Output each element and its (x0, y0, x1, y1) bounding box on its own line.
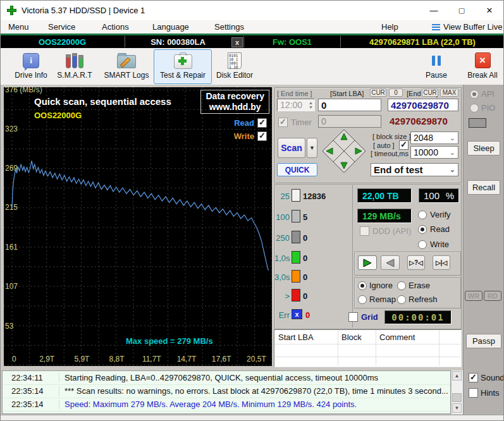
block-size-combo[interactable]: 2048⌄ (410, 131, 458, 144)
device-serial[interactable]: SN: 000380LA (126, 35, 230, 48)
break-all-button[interactable]: ✕ Break All (462, 49, 503, 84)
menu-item-language[interactable]: Language (152, 22, 189, 32)
serial-hide-button[interactable]: x (231, 37, 243, 47)
watermark-line2: www.hdd.by (206, 102, 264, 113)
scan-button[interactable]: Scan (278, 138, 305, 158)
verify-radio[interactable] (418, 210, 427, 219)
minimize-button[interactable]: — (420, 1, 448, 20)
start-lba-input[interactable]: 0 (318, 99, 381, 111)
svg-text:0: 0 (12, 355, 16, 363)
play-backward-icon (385, 259, 395, 267)
recall-button[interactable]: Recall (467, 180, 500, 195)
device-firmware[interactable]: Fw: OOS1 (245, 35, 340, 48)
ignore-radio[interactable] (358, 281, 367, 290)
table-header-start-lba: Start LBA (278, 333, 314, 342)
menu-item-view-buffer-live[interactable]: View Buffer Live (443, 22, 502, 32)
start-lba-cur-button[interactable]: CUR (370, 88, 386, 97)
svg-text:20,5T: 20,5T (247, 355, 266, 363)
random-seek-button[interactable]: ▷?◁ (407, 255, 425, 270)
counter-value-4: 0 (303, 272, 307, 282)
auto-checkbox[interactable] (399, 140, 409, 150)
ddd-api-label: DDD (API) (372, 226, 411, 236)
test-repair-button[interactable]: Test & Repair (154, 49, 212, 84)
drive-info-button[interactable]: i Drive Info (6, 49, 56, 84)
log-panel[interactable]: 22:34:11 Starting Reading, LBA=0..429706… (2, 370, 451, 414)
counter-value-3: 0 (303, 253, 307, 263)
chevron-down-icon: ⌄ (450, 149, 455, 157)
spinner-arrows-icon[interactable]: ▲▼ (309, 101, 313, 109)
log-scrollbar[interactable]: ▲ ▼ (451, 370, 463, 414)
scroll-up-icon[interactable]: ▲ (452, 371, 462, 381)
end-lba-cur-button[interactable]: CUR (422, 88, 438, 97)
smart-logs-button[interactable]: SMART Logs (99, 49, 154, 84)
log-row: 22:35:14 *** Scan results: no warnings, … (3, 384, 450, 398)
menu-item-actions[interactable]: Actions (102, 22, 129, 32)
refresh-radio[interactable] (397, 295, 406, 304)
seek-diamond-pad[interactable] (321, 128, 367, 174)
erase-radio[interactable] (397, 281, 406, 290)
read-radio[interactable] (418, 225, 427, 234)
log-text: Starting Reading, LBA=0..42970629870, QU… (59, 373, 378, 382)
end-lba-input[interactable]: 42970629870 (388, 99, 458, 111)
svg-text:215: 215 (5, 203, 18, 212)
disk-editor-button[interactable]: 010110 110011 101000 0001 Disk Editor (209, 49, 260, 84)
start-lba-zero-button[interactable]: 0 (389, 88, 403, 97)
ddd-api-checkbox[interactable] (360, 226, 369, 236)
svg-text:107: 107 (5, 282, 18, 291)
maximize-button[interactable]: ▢ (448, 1, 476, 20)
pause-icon (432, 50, 441, 71)
svg-text:11,7T: 11,7T (142, 355, 161, 363)
api-radio[interactable] (470, 90, 479, 99)
activity-indicator (469, 118, 486, 128)
remap-radio[interactable] (358, 295, 367, 304)
quick-button[interactable]: QUICK (277, 163, 317, 176)
end-lba-max-button[interactable]: MAX (440, 88, 458, 97)
hints-checkbox[interactable] (469, 388, 478, 398)
start-backward-button[interactable] (381, 255, 400, 270)
counter-swatch-4 (292, 270, 300, 283)
svg-text:17,6T: 17,6T (212, 355, 231, 363)
menu-item-service[interactable]: Service (48, 22, 75, 32)
menu-item-help[interactable]: Help (381, 22, 398, 32)
wr-indicator: WR (465, 291, 482, 301)
grid-label: Grid (361, 312, 378, 322)
sleep-button[interactable]: Sleep (467, 141, 500, 156)
speed-display: 129 MB/s (357, 209, 412, 223)
smart-button[interactable]: S.M.A.R.T (54, 49, 95, 84)
end-of-test-combo[interactable]: End of test⌄ (371, 163, 458, 176)
timer-checkbox[interactable] (278, 118, 288, 127)
start-forward-button[interactable] (358, 255, 377, 270)
menu-item-settings[interactable]: Settings (214, 22, 244, 32)
device-model[interactable]: OOS22000G (1, 35, 124, 48)
butterfly-seek-button[interactable]: ▷|◁ (433, 255, 450, 270)
scan-dropdown-button[interactable]: ▼ (307, 138, 317, 158)
passp-button[interactable]: Passp (466, 334, 501, 348)
sound-label: Sound (481, 373, 504, 382)
counter-value-2: 0 (303, 233, 307, 243)
watermark-hddby: Data recovery www.hdd.by (200, 90, 269, 114)
defect-table[interactable]: Start LBA Block Comment (274, 329, 462, 367)
victoria-window: Victoria 5.37 HDD/SSD | Device 1 — ▢ ✕ M… (0, 0, 504, 421)
svg-text:161: 161 (5, 243, 18, 252)
pio-radio[interactable] (470, 104, 479, 113)
log-time: 22:35:14 (3, 386, 59, 396)
pio-label: PIO (481, 103, 495, 113)
end-time-spinner[interactable]: 12:00 ▲▼ (277, 99, 315, 111)
read-graph-checkbox[interactable] (257, 118, 267, 128)
write-graph-checkbox[interactable] (257, 131, 267, 141)
timeout-combo[interactable]: 10000⌄ (410, 146, 458, 159)
pause-button[interactable]: Pause (418, 49, 455, 84)
write-radio[interactable] (418, 240, 427, 249)
device-lba-size[interactable]: 42970629871 LBA (22,0 TB) (341, 35, 503, 48)
play-forward-icon (362, 259, 372, 267)
sound-checkbox[interactable] (469, 373, 478, 382)
close-button[interactable]: ✕ (476, 1, 503, 20)
grid-checkbox[interactable] (348, 312, 358, 322)
menu-item-menu[interactable]: Menu (8, 22, 29, 32)
buffer-list-icon (432, 24, 440, 30)
timeout-label: [ timeout,ms ] (371, 150, 412, 157)
scrollbar-thumb[interactable] (452, 393, 462, 402)
smart-label: S.M.A.R.T (57, 71, 92, 80)
scan-graph-svg: 376 (MB/s)3232692151611075302,9T5,9T8,8T… (4, 87, 272, 366)
scroll-down-icon[interactable]: ▼ (452, 403, 462, 413)
